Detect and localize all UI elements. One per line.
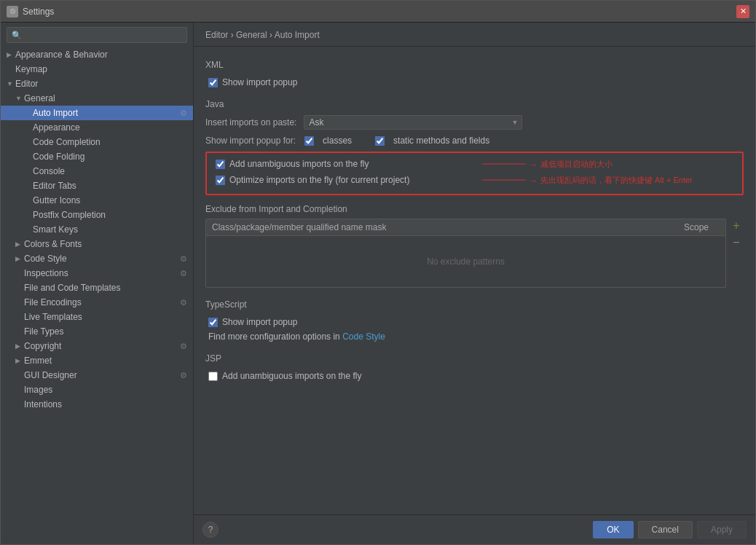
optimize-imports-checkbox[interactable] [216,176,225,185]
no-patterns-text: No exclude patterns [427,256,505,267]
apply-button[interactable]: Apply [697,521,747,538]
jsp-add-unambiguous-checkbox[interactable] [208,372,218,381]
sidebar-item-label-editor-tabs: Editor Tabs [33,181,187,191]
settings-window: ⚙ Settings ✕ 🔍 ▶Appearance & BehaviorKey… [0,0,756,545]
sidebar-item-label-images: Images [24,385,187,395]
settings-icon-auto-import: ⚙ [180,109,187,118]
sidebar-item-console[interactable]: Console [1,164,193,179]
sidebar-item-label-gui-designer: GUI Designer [24,370,180,380]
annotation1: 减低项目启动的大小 [540,159,613,170]
settings-icon-code-style: ⚙ [180,254,187,264]
arrow-general: ▼ [15,95,24,102]
sidebar-item-label-general: General [24,93,187,103]
settings-icon-gui-designer: ⚙ [180,371,187,380]
sidebar-item-code-style[interactable]: ▶Code Style⚙ [1,251,193,266]
sidebar-item-gutter-icons[interactable]: Gutter Icons [1,193,193,208]
settings-icon-file-encodings: ⚙ [180,298,187,307]
exclude-label: Exclude from Import and Completion [205,204,744,214]
sidebar-item-label-gutter-icons: Gutter Icons [33,195,187,205]
sidebar-item-appearance-behavior[interactable]: ▶Appearance & Behavior [1,47,193,62]
sidebar-item-inspections[interactable]: Inspections⚙ [1,266,193,281]
sidebar-item-label-file-code-templates: File and Code Templates [24,283,187,293]
sidebar-item-auto-import[interactable]: Auto Import⚙ [1,106,193,120]
typescript-config-row: Find more configuration options in Code … [208,332,744,342]
sidebar-item-label-colors-fonts: Colors & Fonts [24,239,187,249]
sidebar-item-editor-tabs[interactable]: Editor Tabs [1,179,193,193]
sidebar-item-gui-designer[interactable]: GUI Designer⚙ [1,368,193,383]
sidebar-item-copyright[interactable]: ▶Copyright⚙ [1,339,193,353]
col-name-header: Class/package/member qualified name mask [206,219,667,235]
add-pattern-button[interactable]: + [729,219,744,233]
sidebar-item-label-smart-keys: Smart Keys [33,224,187,235]
exclude-section: Exclude from Import and Completion Class… [205,204,744,288]
exclude-table: Class/package/member qualified name mask… [205,219,726,288]
main-content: Editor › General › Auto Import XML Show … [194,23,755,544]
arrow-code-style: ▶ [15,255,24,262]
insert-imports-label: Insert imports on paste: [205,117,296,128]
close-button[interactable]: ✕ [736,5,749,18]
sidebar-item-general[interactable]: ▼General [1,91,193,106]
classes-checkbox[interactable] [304,136,314,146]
add-unambiguous-checkbox[interactable] [216,160,225,169]
typescript-label: TypeScript [205,299,744,310]
sidebar-item-editor[interactable]: ▼Editor [1,77,193,91]
sidebar-item-label-console: Console [33,166,187,176]
insert-imports-select-wrapper: Ask Always Never [304,115,522,130]
xml-show-import-row: Show import popup [205,76,744,89]
sidebar-item-file-encodings[interactable]: File Encodings⚙ [1,295,193,310]
sidebar-item-keymap[interactable]: Keymap [1,62,193,77]
tree-container: ▶Appearance & BehaviorKeymap▼Editor▼Gene… [1,47,193,412]
xml-show-import-label: Show import popup [222,77,297,87]
sidebar-item-file-types[interactable]: File Types [1,324,193,339]
settings-icon-inspections: ⚙ [180,269,187,278]
insert-imports-select[interactable]: Ask Always Never [304,115,522,130]
cancel-button[interactable]: Cancel [638,521,693,538]
sidebar-item-code-folding[interactable]: Code Folding [1,149,193,164]
jsp-add-unambiguous-label: Add unambiguous imports on the fly [222,371,361,381]
sidebar-item-smart-keys[interactable]: Smart Keys [1,222,193,237]
window-title: Settings [23,7,736,17]
sidebar-item-postfix-completion[interactable]: Postfix Completion [1,208,193,222]
sidebar-item-label-appearance: Appearance [33,122,187,133]
jsp-add-unambiguous-row: Add unambiguous imports on the fly [205,369,744,383]
sidebar-item-live-templates[interactable]: Live Templates [1,310,193,324]
typescript-show-import-checkbox[interactable] [208,318,218,327]
col-scope-header: Scope [667,219,725,235]
arrow-copyright: ▶ [15,342,24,350]
optimize-imports-row: Optimize imports on the fly (for current… [213,173,736,187]
arrow-editor: ▼ [7,80,15,87]
search-icon: 🔍 [12,31,22,40]
sidebar-item-appearance[interactable]: Appearance [1,120,193,135]
table-side-buttons: + − [729,219,744,250]
sidebar-item-images[interactable]: Images [1,383,193,397]
sidebar-item-label-code-folding: Code Folding [33,152,187,162]
sidebar-item-label-editor: Editor [15,79,187,89]
sidebar-item-code-completion[interactable]: Code Completion [1,135,193,149]
static-methods-checkbox[interactable] [375,136,385,146]
bottom-bar: ? OK Cancel Apply [194,514,755,544]
titlebar: ⚙ Settings ✕ [1,1,755,23]
config-text: Find more configuration options in [208,332,340,342]
code-style-link[interactable]: Code Style [342,332,385,342]
auto-import-options-box: Add unambiguous imports on the fly → 减低项… [205,152,744,195]
search-input[interactable] [25,30,182,40]
sidebar-item-emmet[interactable]: ▶Emmet [1,353,193,368]
sidebar-item-intentions[interactable]: Intentions [1,397,193,412]
sidebar-item-label-file-encodings: File Encodings [24,297,180,307]
jsp-section: JSP Add unambiguous imports on the fly [205,353,744,383]
sidebar-item-label-keymap: Keymap [15,64,187,74]
help-button[interactable]: ? [202,522,218,538]
search-box[interactable]: 🔍 [7,27,187,43]
xml-show-import-checkbox[interactable] [208,78,218,87]
sidebar-item-label-intentions: Intentions [24,399,187,409]
add-unambiguous-label: Add unambiguous imports on the fly [229,159,369,169]
ok-button[interactable]: OK [593,521,633,538]
sidebar-item-label-live-templates: Live Templates [24,312,187,322]
sidebar-item-colors-fonts[interactable]: ▶Colors & Fonts [1,237,193,251]
insert-imports-row: Insert imports on paste: Ask Always Neve… [205,115,744,130]
table-body: No exclude patterns [206,236,725,287]
sidebar-item-file-code-templates[interactable]: File and Code Templates [1,281,193,295]
remove-pattern-button[interactable]: − [729,235,744,250]
xml-section-label: XML [205,60,744,70]
content-body: XML Show import popup Java Insert import… [194,47,755,514]
